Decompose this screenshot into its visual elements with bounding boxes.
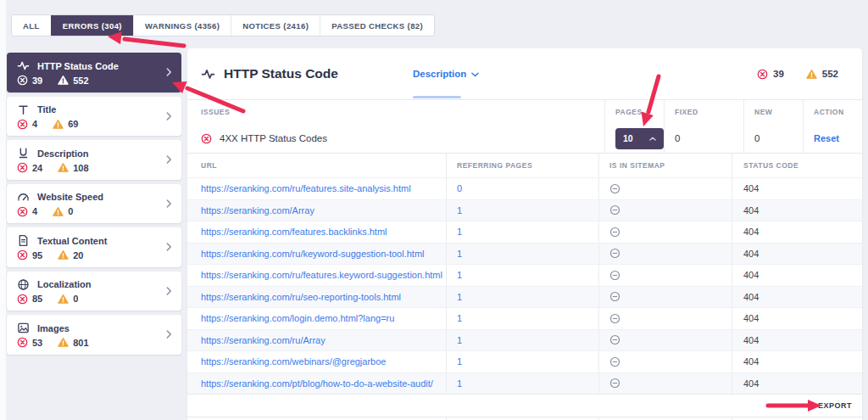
panel-counters: 39 552 [757,69,838,80]
sidebar-item-http-status-code[interactable]: HTTP Status Code 39 552 [7,53,181,92]
col-issues: ISSUES [187,100,604,124]
tab-passed-checks[interactable]: PASSED CHECKS (82) [320,15,434,36]
col-fixed: FIXED [664,100,743,124]
referring-pages-link[interactable]: 0 [457,183,462,193]
status-code: 404 [743,249,759,259]
warning-count: 0 [68,206,73,216]
url-link[interactable]: https://seranking.com/ru/keyword-suggest… [201,249,425,259]
warning-icon [58,162,69,173]
new-count: 0 [754,133,760,143]
col-pages: PAGES [604,100,664,124]
table-row: https://seranking.com/ru/features.keywor… [187,264,862,286]
status-code: 404 [743,270,759,280]
error-count: 53 [32,338,42,348]
error-icon [757,69,768,80]
referring-pages-link[interactable]: 1 [457,205,462,216]
sidebar-item-images[interactable]: Images 53 801 [7,315,181,355]
status-code: 404 [743,205,759,216]
chevron-up-icon [649,137,656,141]
not-in-sitemap-icon [609,378,620,389]
tab-notices[interactable]: NOTICES (2416) [231,15,320,36]
tab-all[interactable]: ALL [12,15,51,36]
col-status-code: STATUS CODE [732,154,862,177]
title-icon [17,104,30,116]
activity-icon [17,59,30,72]
warning-icon [806,69,817,80]
not-in-sitemap-icon [609,356,620,367]
not-in-sitemap-icon [609,227,620,238]
table-row: https://seranking.com/ru/features.site-a… [187,177,862,199]
image-icon [17,322,30,334]
error-icon [17,206,28,217]
error-icon [17,337,28,348]
pages-count-value: 10 [623,133,633,143]
panel-title: HTTP Status Code [224,66,338,81]
sidebar-item-website-speed[interactable]: Website Speed 4 0 [7,184,181,224]
error-count: 24 [32,163,42,173]
not-in-sitemap-icon [609,183,620,194]
col-new: NEW [743,100,803,124]
not-in-sitemap-icon [609,291,620,302]
sidebar-item-title[interactable]: Title 4 69 [7,97,181,137]
not-in-sitemap-icon [609,204,620,216]
pages-count-dropdown[interactable]: 10 [615,128,664,149]
status-code: 404 [743,183,759,193]
issue-row-4xx: 4XX HTTP Status Codes 10 0 0 Reset [187,124,862,153]
tab-warnings[interactable]: WARNINGS (4356) [133,15,231,36]
http-status-code-panel: HTTP Status Code Description 39 552 ISSU… [187,48,862,420]
error-count: 39 [32,76,42,86]
status-code: 404 [743,378,759,389]
sidebar-item-title: HTTP Status Code [37,61,119,71]
url-link[interactable]: https://seranking.com/ru/features.site-a… [201,183,411,193]
referring-pages-link[interactable]: 1 [457,292,462,302]
warning-count: 20 [73,250,83,260]
warning-count: 69 [68,119,78,129]
url-link[interactable]: https://seranking.com/login.demo.html?la… [201,313,394,323]
referring-pages-link[interactable]: 1 [457,270,462,280]
warning-icon [53,119,64,130]
url-link[interactable]: https://seranking.com/ru/seo-reporting-t… [201,292,401,302]
warning-count: 0 [73,294,78,304]
page-left-gutter [0,0,6,420]
warning-icon [53,206,64,217]
referring-pages-link[interactable]: 1 [457,313,462,323]
status-code: 404 [743,313,759,323]
referring-pages-link[interactable]: 1 [457,335,462,345]
chevron-right-icon [166,68,172,77]
url-table-header: URL REFERRING PAGES IS IN SITEMAP STATUS… [187,153,862,177]
reset-link[interactable]: Reset [814,133,839,143]
referring-pages-link[interactable]: 1 [457,356,462,367]
tab-errors[interactable]: ERRORS (304) [51,15,133,36]
status-code: 404 [743,227,759,237]
status-code: 404 [743,356,759,367]
view-mode-dropdown[interactable]: Description [413,48,479,99]
table-row: https://seranking.com/login.demo.html?la… [187,307,862,329]
referring-pages-link[interactable]: 1 [457,378,462,389]
url-link[interactable]: https://seranking.com/Array [201,205,314,216]
referring-pages-link[interactable]: 1 [457,249,462,259]
sidebar-item-title: Localization [37,279,92,289]
fixed-count: 0 [675,133,680,143]
url-link[interactable]: https://seranking.com/ru/features.keywor… [201,270,442,280]
panel-error-count: 39 [773,69,784,79]
panel-warning-count: 552 [822,69,838,79]
not-in-sitemap-icon [609,248,620,259]
url-link[interactable]: https://seranking.com/features.backlinks… [201,227,387,237]
url-link[interactable]: https://seranking.com/webinars/@gregjarb… [201,356,386,367]
url-link[interactable]: https://seranking.com/pt/blog/how-to-do-… [201,378,433,389]
error-icon [17,294,28,305]
warning-icon [58,75,69,86]
chevron-right-icon [166,111,172,120]
sidebar-item-description[interactable]: Description 24 108 [7,140,181,180]
url-link[interactable]: https://seranking.com/ru/Array [201,335,326,345]
referring-pages-link[interactable]: 1 [457,227,462,237]
sidebar-item-localization[interactable]: Localization 85 0 [7,272,181,311]
globe-icon [17,278,30,291]
speedometer-icon [17,191,30,204]
export-button[interactable]: EXPORT [818,401,852,410]
sidebar-item-title: Website Speed [37,192,103,202]
panel-header: HTTP Status Code Description 39 552 [187,48,862,99]
sidebar-item-textual-content[interactable]: Textual Content 95 20 [7,227,181,267]
activity-icon [201,67,215,81]
col-referring-pages: REFERRING PAGES [446,154,598,177]
